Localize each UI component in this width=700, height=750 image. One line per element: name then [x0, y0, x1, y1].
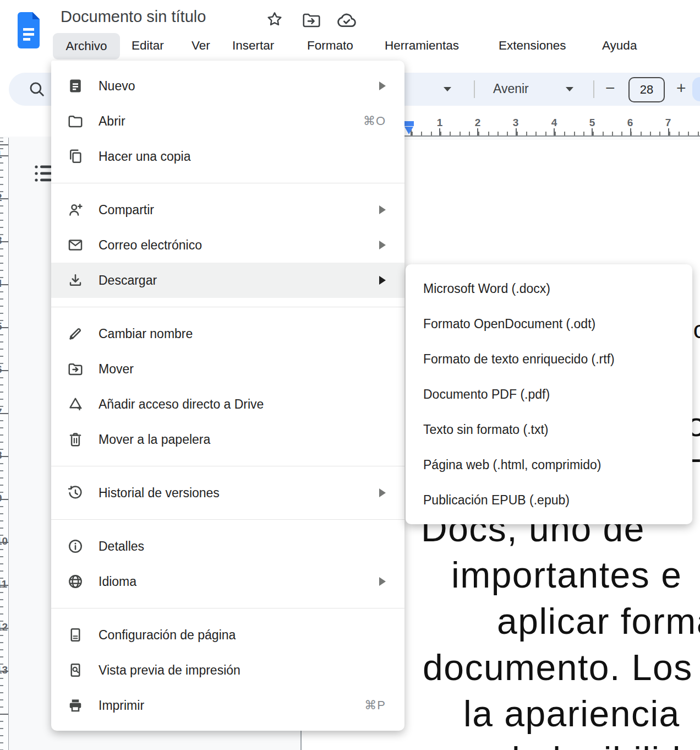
menu-item-imprimir[interactable]: Imprimir ⌘P: [51, 688, 404, 723]
menu-item-abrir[interactable]: Abrir ⌘O: [51, 104, 404, 139]
pencil-icon: [67, 325, 84, 343]
first-line-indent-marker[interactable]: [404, 121, 414, 126]
move-folder-icon[interactable]: [302, 12, 321, 29]
menu-item-cambiar-nombre[interactable]: Cambiar nombre: [51, 316, 404, 351]
submenu-arrow-icon: [379, 577, 386, 586]
menu-divider: [51, 466, 404, 466]
drive-add-icon: [67, 395, 84, 413]
vertical-ruler-number: 5: [0, 320, 5, 333]
submenu-item-odt[interactable]: Formato OpenDocument (.odt): [406, 306, 692, 341]
page-setup-icon: [67, 626, 84, 644]
menu-item-correo-electronico[interactable]: Correo electrónico: [51, 227, 404, 263]
vertical-ruler-number: 3: [0, 235, 5, 247]
menu-item-label: Añadir acceso directo a Drive: [99, 397, 264, 412]
menu-item-label: Historial de versiones: [99, 486, 220, 501]
menubar-item-extensiones[interactable]: Extensiones: [499, 39, 566, 53]
info-icon: [67, 537, 84, 555]
menu-item-descargar[interactable]: Descargar: [51, 263, 404, 298]
menu-item-compartir[interactable]: Compartir: [51, 192, 404, 227]
submenu-item-html[interactable]: Página web (.html, comprimido): [406, 447, 692, 482]
ruler-number: 4: [551, 117, 557, 129]
ruler-number: 5: [589, 117, 595, 129]
vertical-ruler-inch-marks: [0, 138, 8, 750]
cloud-saved-icon[interactable]: [336, 11, 358, 29]
vertical-ruler-number: 13: [0, 664, 5, 676]
styles-dropdown-caret-icon[interactable]: [444, 87, 451, 91]
menu-divider: [51, 608, 404, 608]
menu-item-vista-previa[interactable]: Vista previa de impresión: [51, 653, 404, 688]
menubar-item-ver[interactable]: Ver: [192, 39, 210, 53]
font-dropdown-caret-icon[interactable]: [566, 87, 573, 91]
menubar-item-formato[interactable]: Formato: [307, 39, 353, 53]
font-size-input[interactable]: 28: [628, 77, 665, 102]
submenu-item-docx[interactable]: Microsoft Word (.docx): [406, 271, 692, 306]
menu-item-nuevo[interactable]: Nuevo: [51, 68, 404, 104]
menu-item-historial-versiones[interactable]: Historial de versiones: [51, 475, 404, 510]
menu-item-label: Mover: [99, 362, 134, 377]
vertical-ruler-number: 2: [0, 192, 5, 204]
folder-open-icon: [67, 112, 84, 130]
menu-item-label: Correo electrónico: [99, 238, 202, 253]
increase-font-size-button[interactable]: +: [676, 79, 686, 97]
vertical-ruler-number: 9: [0, 492, 5, 504]
docs-logo-icon[interactable]: [14, 11, 43, 50]
toolbar-separator: [593, 80, 594, 98]
left-indent-marker[interactable]: [404, 127, 413, 134]
decrease-font-size-button[interactable]: −: [605, 79, 615, 97]
submenu-arrow-icon: [379, 81, 386, 90]
menu-divider: [51, 519, 404, 520]
ruler-minor-ticks: [404, 132, 700, 135]
menu-item-mover-papelera[interactable]: Mover a la papelera: [51, 422, 404, 457]
google-docs-window: Docs, uno de importantes e aplicar forma…: [0, 0, 700, 750]
ruler-baseline: [404, 135, 700, 137]
new-document-icon: [67, 77, 84, 95]
menu-item-idioma[interactable]: Idioma: [51, 564, 404, 599]
menu-item-anadir-acceso-directo[interactable]: Añadir acceso directo a Drive: [51, 387, 404, 422]
submenu-item-rtf[interactable]: Formato de texto enriquecido (.rtf): [406, 341, 692, 377]
history-icon: [67, 484, 84, 502]
document-outline-icon[interactable]: [34, 163, 53, 185]
menubar-item-archivo[interactable]: Archivo: [53, 33, 120, 59]
submenu-item-epub[interactable]: Publicación EPUB (.epub): [406, 482, 692, 518]
trash-icon: [67, 431, 84, 448]
submenu-arrow-icon: [379, 205, 386, 214]
menu-item-label: Abrir: [99, 114, 125, 129]
document-title[interactable]: Documento sin título: [61, 8, 206, 26]
menu-divider: [51, 183, 404, 183]
globe-icon: [67, 573, 84, 590]
active-tool-chip[interactable]: [692, 77, 700, 101]
print-preview-icon: [67, 661, 84, 679]
menu-item-detalles[interactable]: Detalles: [51, 529, 404, 564]
vertical-ruler-number: 12: [0, 621, 5, 633]
submenu-arrow-icon: [379, 241, 386, 249]
menubar-item-insertar[interactable]: Insertar: [232, 39, 274, 53]
doc-text-line: documento. Los: [423, 646, 693, 688]
menu-item-label: Mover a la papelera: [99, 432, 210, 447]
doc-text-line: aplicar forma: [497, 600, 700, 642]
menubar-item-herramientas[interactable]: Herramientas: [385, 39, 459, 53]
star-icon[interactable]: [265, 10, 284, 29]
font-family-selector[interactable]: Avenir: [493, 81, 529, 96]
menu-item-mover[interactable]: Mover: [51, 351, 404, 387]
menu-item-label: Detalles: [99, 539, 144, 554]
printer-icon: [67, 697, 84, 714]
doc-text-line: la apariencia: [463, 693, 680, 735]
menubar-item-ayuda[interactable]: Ayuda: [602, 39, 637, 53]
menu-item-label: Nuevo: [99, 79, 135, 94]
copy-icon: [67, 148, 84, 165]
menu-item-hacer-una-copia[interactable]: Hacer una copia: [51, 139, 404, 174]
font-size-value: 28: [640, 83, 653, 97]
toolbar-separator: [474, 80, 475, 98]
search-icon[interactable]: [28, 80, 46, 99]
menu-item-label: Compartir: [99, 203, 154, 218]
download-icon: [67, 271, 84, 289]
menu-item-configuracion-pagina[interactable]: Configuración de página: [51, 617, 404, 653]
menubar-item-editar[interactable]: Editar: [132, 39, 164, 53]
ruler-number: 1: [437, 117, 443, 129]
menu-item-label: Vista previa de impresión: [99, 663, 240, 678]
doc-text-line: importantes e: [451, 554, 682, 596]
menu-item-label: Hacer una copia: [99, 149, 191, 164]
submenu-item-pdf[interactable]: Documento PDF (.pdf): [406, 377, 692, 412]
ruler-number: 7: [665, 117, 671, 129]
submenu-item-txt[interactable]: Texto sin formato (.txt): [406, 412, 692, 447]
